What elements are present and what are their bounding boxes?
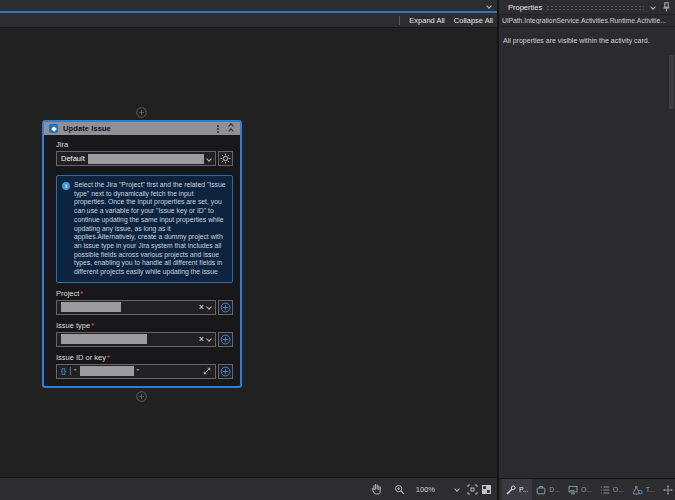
circle-plus-icon bbox=[220, 366, 231, 377]
gear-icon bbox=[220, 153, 231, 164]
properties-panel-title: Properties bbox=[508, 3, 542, 12]
issue-type-plus-button[interactable] bbox=[218, 332, 233, 347]
info-callout: i Select the Jira "Project" first and th… bbox=[56, 175, 233, 283]
collapse-all-button[interactable]: Collapse All bbox=[454, 16, 493, 25]
clear-icon[interactable]: × bbox=[199, 303, 204, 312]
properties-panel: Properties UiPath.IntegrationService.Act… bbox=[499, 0, 675, 500]
jira-connection-combobox[interactable]: Default bbox=[56, 151, 216, 166]
tab-activities[interactable]: A... bbox=[659, 479, 675, 500]
close-quote: " bbox=[137, 368, 140, 375]
tab-test-explorer[interactable]: T... bbox=[628, 479, 659, 500]
project-plus-button[interactable] bbox=[218, 300, 233, 315]
required-marker: * bbox=[107, 353, 110, 362]
redacted-issue-id-value bbox=[80, 366, 134, 376]
panel-drag-grip[interactable] bbox=[546, 5, 644, 10]
briefcase-icon bbox=[536, 485, 546, 495]
clear-icon[interactable]: × bbox=[199, 335, 204, 344]
chevron-down-icon[interactable] bbox=[650, 4, 656, 10]
tab-outline[interactable]: O... bbox=[596, 479, 628, 500]
expand-all-button[interactable]: Expand All bbox=[409, 16, 444, 25]
activity-card-header[interactable]: Update Issue bbox=[44, 122, 240, 135]
monitor-icon bbox=[568, 485, 578, 495]
pin-icon[interactable] bbox=[662, 2, 671, 12]
workflow-canvas[interactable]: Update Issue Jira Default bbox=[0, 29, 497, 477]
properties-panel-header[interactable]: Properties bbox=[499, 0, 675, 14]
circle-plus-icon bbox=[220, 302, 231, 313]
chevron-down-icon[interactable] bbox=[486, 3, 492, 9]
uipath-studio-window: Expand All Collapse All Update Issue bbox=[0, 0, 675, 500]
chevron-down-icon[interactable] bbox=[206, 336, 212, 342]
dock-tab-bar: P... D... bbox=[499, 478, 675, 500]
connection-settings-button[interactable] bbox=[218, 151, 233, 166]
jira-connection-label: Jira bbox=[56, 140, 233, 149]
connector-plus-top-icon[interactable] bbox=[136, 107, 147, 118]
pan-hand-icon[interactable] bbox=[371, 483, 382, 495]
tab-data-manager[interactable]: D... bbox=[532, 479, 564, 500]
activity-title: Update Issue bbox=[63, 124, 212, 133]
scrollbar-thumb[interactable] bbox=[669, 55, 674, 109]
info-icon: i bbox=[62, 182, 70, 190]
activity-card-body: Jira Default bbox=[44, 135, 240, 386]
circle-plus-icon bbox=[220, 334, 231, 345]
zoom-magnifier-icon[interactable] bbox=[394, 484, 405, 495]
toolbar-divider bbox=[399, 16, 400, 25]
update-issue-activity-card[interactable]: Update Issue Jira Default bbox=[42, 120, 242, 388]
collapse-card-icon[interactable] bbox=[229, 124, 233, 133]
zoom-level-value[interactable]: 100% bbox=[416, 485, 435, 494]
tab-properties[interactable]: P... bbox=[502, 479, 532, 500]
issue-id-plus-button[interactable] bbox=[218, 364, 233, 379]
connector-plus-bottom-icon[interactable] bbox=[136, 391, 147, 402]
chevron-down-icon[interactable] bbox=[206, 156, 212, 162]
fit-to-screen-icon[interactable] bbox=[467, 484, 478, 495]
test-flask-icon bbox=[632, 485, 643, 495]
designer-toolbar: Expand All Collapse All bbox=[0, 13, 497, 28]
redacted-project-value bbox=[61, 302, 121, 312]
chevron-down-icon[interactable] bbox=[206, 304, 212, 310]
wrench-icon bbox=[506, 485, 516, 495]
activity-type-name: UiPath.IntegrationService.Activities.Run… bbox=[502, 17, 666, 24]
tab-output[interactable]: O... bbox=[564, 479, 596, 500]
redacted-connection-value bbox=[88, 154, 204, 164]
required-marker: * bbox=[80, 289, 83, 298]
issue-id-input[interactable]: {} " " bbox=[56, 364, 216, 379]
issue-type-label: Issue type* bbox=[56, 321, 233, 330]
jira-activity-icon bbox=[49, 124, 58, 133]
info-text: Select the Jira "Project" first and the … bbox=[74, 181, 227, 277]
expand-editor-icon[interactable] bbox=[203, 367, 211, 375]
designer-pane: Expand All Collapse All Update Issue bbox=[0, 0, 497, 500]
reset-zoom-icon[interactable] bbox=[481, 484, 492, 495]
designer-top-strip bbox=[0, 0, 497, 11]
chevron-down-icon[interactable] bbox=[454, 486, 460, 492]
required-marker: * bbox=[91, 321, 94, 330]
project-label: Project* bbox=[56, 289, 233, 298]
kebab-menu-icon[interactable] bbox=[217, 128, 219, 130]
issue-type-combobox[interactable]: × bbox=[56, 332, 216, 347]
jira-connection-value: Default bbox=[61, 154, 85, 163]
open-quote: " bbox=[74, 368, 77, 375]
designer-status-bar: 100% bbox=[0, 477, 497, 500]
redacted-issue-type-value bbox=[61, 334, 147, 344]
properties-message: All properties are visible within the ac… bbox=[499, 27, 675, 44]
activity-type-row: UiPath.IntegrationService.Activities.Run… bbox=[499, 14, 675, 27]
expression-braces-icon[interactable]: {} bbox=[61, 367, 71, 375]
move-arrows-icon bbox=[663, 485, 673, 495]
project-combobox[interactable]: × bbox=[56, 300, 216, 315]
issue-id-label: Issue ID or key* bbox=[56, 353, 233, 362]
outline-icon bbox=[600, 485, 610, 495]
